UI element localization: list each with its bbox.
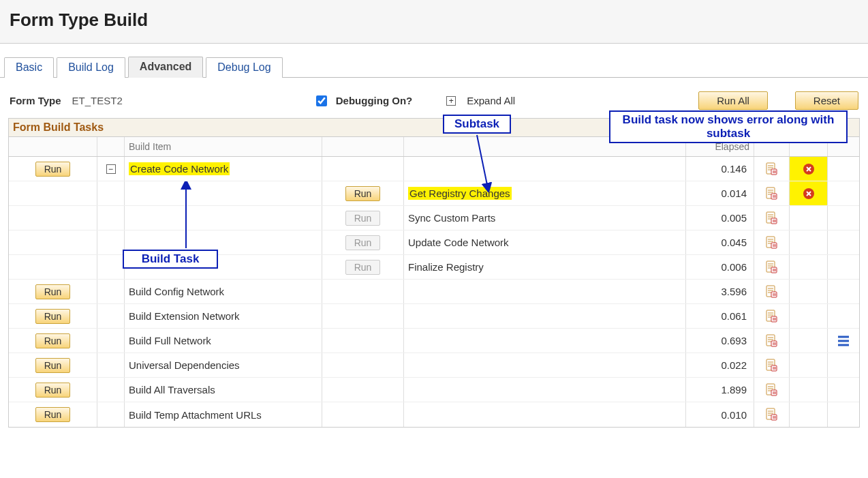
elapsed-value: 0.693 <box>686 329 754 353</box>
elapsed-value: 0.045 <box>686 230 754 254</box>
table-row: Run Universal Dependencies 0.022 <box>9 353 859 378</box>
elapsed-value: 0.061 <box>686 304 754 328</box>
debugging-checkbox[interactable] <box>316 95 327 106</box>
run-button[interactable]: Run <box>35 162 71 177</box>
table-row: Run Get Registry Changes 0.014 <box>9 181 859 206</box>
build-item-label: Build Full Network <box>129 335 211 346</box>
build-item-label: Build Config Network <box>129 286 224 297</box>
log-icon[interactable] <box>766 236 778 250</box>
elapsed-value: 3.596 <box>686 280 754 303</box>
subtask-label: Get Registry Changes <box>408 187 512 200</box>
table-row: Run Finalize Registry 0.006 <box>9 255 859 280</box>
expand-all-icon[interactable]: + <box>446 96 456 106</box>
log-icon[interactable] <box>766 408 778 421</box>
table-row: Run − Create Code Network 0.146 <box>9 157 859 181</box>
svg-rect-9 <box>771 243 777 248</box>
debugging-label: Debugging On? <box>336 95 412 106</box>
error-icon[interactable] <box>802 162 816 176</box>
run-button: Run <box>345 211 381 226</box>
run-button: Run <box>345 235 381 250</box>
svg-rect-4 <box>771 194 777 199</box>
form-type-value: ET_TEST2 <box>72 95 123 106</box>
elapsed-value: 0.010 <box>686 402 754 427</box>
form-type-label: Form Type <box>10 95 61 106</box>
column-build-item: Build Item <box>125 137 322 156</box>
log-icon[interactable] <box>766 260 778 274</box>
grid-header: Build Item Elapsed <box>9 137 859 157</box>
svg-rect-15 <box>771 316 777 322</box>
tab-basic[interactable]: Basic <box>4 57 54 78</box>
tab-debug-log[interactable]: Debug Log <box>206 57 282 78</box>
table-row: Run Build Temp Attachment URLs 0.010 <box>9 402 859 427</box>
log-icon[interactable] <box>766 285 778 299</box>
svg-rect-1 <box>771 169 777 175</box>
svg-rect-11 <box>771 267 777 273</box>
run-button[interactable]: Run <box>35 358 71 373</box>
run-button[interactable]: Run <box>35 284 71 299</box>
run-button[interactable]: Run <box>345 186 381 201</box>
svg-rect-23 <box>771 415 777 420</box>
elapsed-value: 0.022 <box>686 353 754 377</box>
elapsed-value: 1.899 <box>686 378 754 402</box>
log-icon[interactable] <box>766 310 778 323</box>
table-row: Run Sync Custom Parts 0.005 <box>9 206 859 230</box>
run-button[interactable]: Run <box>35 407 71 422</box>
run-button: Run <box>345 260 381 275</box>
log-icon[interactable] <box>766 187 778 200</box>
log-icon[interactable] <box>766 211 778 225</box>
table-row: Run Build Config Network 3.596 <box>9 280 859 304</box>
grid-title: Form Build Tasks <box>9 119 859 137</box>
log-icon[interactable] <box>766 162 778 176</box>
build-item-label: Universal Dependencies <box>129 359 240 371</box>
run-all-button[interactable]: Run All <box>698 91 768 110</box>
collapse-icon[interactable]: − <box>106 164 116 174</box>
svg-rect-21 <box>771 390 777 395</box>
elapsed-value: 0.006 <box>686 255 754 279</box>
expand-all-label[interactable]: Expand All <box>467 95 515 106</box>
svg-rect-17 <box>771 341 777 346</box>
build-tasks-grid: Form Build Tasks Build Item Elapsed Run … <box>8 118 860 428</box>
table-row: Run Update Code Network 0.045 <box>9 230 859 255</box>
elapsed-value: 0.146 <box>686 157 754 181</box>
elapsed-value: 0.014 <box>686 181 754 205</box>
build-item-label: Build All Traversals <box>129 384 215 395</box>
table-row: Run Build All Traversals 1.899 <box>9 378 859 402</box>
subtask-label: Sync Custom Parts <box>408 212 495 224</box>
column-elapsed: Elapsed <box>686 137 754 156</box>
tabs: Basic Build Log Advanced Debug Log <box>0 56 868 78</box>
page-title: Form Type Build <box>10 10 858 31</box>
run-button[interactable]: Run <box>35 383 71 398</box>
svg-rect-13 <box>771 292 777 297</box>
run-button[interactable]: Run <box>35 333 71 348</box>
log-icon[interactable] <box>766 383 778 397</box>
build-item-label: Build Temp Attachment URLs <box>129 409 262 421</box>
tab-build-log[interactable]: Build Log <box>57 57 125 78</box>
table-row: Run Build Extension Network 0.061 <box>9 304 859 329</box>
log-icon[interactable] <box>766 359 778 372</box>
build-item-label: Build Extension Network <box>129 310 240 322</box>
svg-rect-7 <box>771 218 777 224</box>
subtask-label: Update Code Network <box>408 237 509 248</box>
reset-button[interactable]: Reset <box>795 91 858 110</box>
svg-rect-19 <box>771 365 777 371</box>
build-item-label: Create Code Network <box>129 162 230 175</box>
error-icon[interactable] <box>802 187 816 200</box>
tab-advanced[interactable]: Advanced <box>128 57 203 78</box>
subtask-label: Finalize Registry <box>408 261 484 273</box>
log-icon[interactable] <box>766 334 778 348</box>
table-row: Run Build Full Network 0.693 <box>9 329 859 353</box>
elapsed-value: 0.005 <box>686 206 754 230</box>
run-button[interactable]: Run <box>35 309 71 324</box>
menu-icon[interactable] <box>836 333 851 348</box>
